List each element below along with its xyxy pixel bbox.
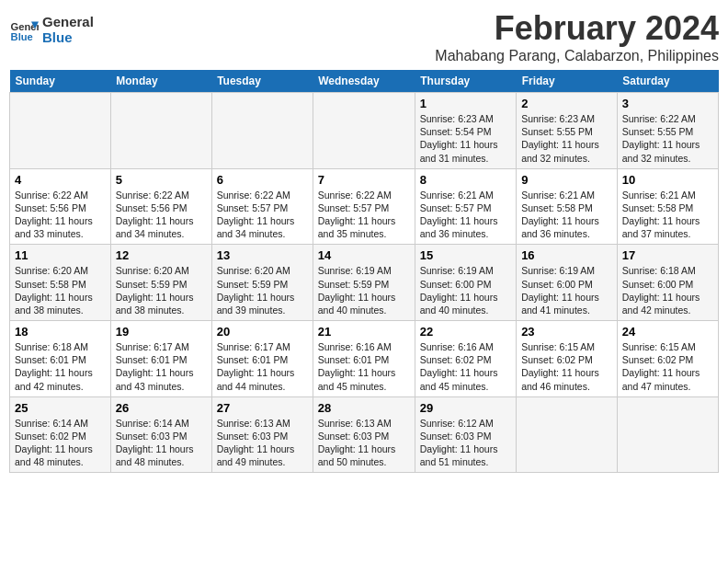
day-number: 22	[420, 325, 511, 339]
day-number: 18	[15, 325, 106, 339]
logo-blue: Blue	[42, 30, 94, 46]
cell-info: Sunrise: 6:19 AM Sunset: 5:59 PM Dayligh…	[318, 264, 410, 316]
cell-info: Sunrise: 6:12 AM Sunset: 6:03 PM Dayligh…	[420, 417, 511, 469]
day-number: 8	[420, 173, 511, 187]
table-row: 8Sunrise: 6:21 AM Sunset: 5:57 PM Daylig…	[415, 168, 516, 245]
table-row	[313, 93, 415, 169]
col-thursday: Thursday	[415, 70, 516, 93]
day-number: 3	[622, 97, 713, 110]
cell-info: Sunrise: 6:18 AM Sunset: 6:00 PM Dayligh…	[622, 264, 713, 316]
day-number: 17	[622, 248, 713, 262]
table-row: 5Sunrise: 6:22 AM Sunset: 5:56 PM Daylig…	[110, 168, 211, 245]
calendar-week-row: 18Sunrise: 6:18 AM Sunset: 6:01 PM Dayli…	[10, 321, 719, 397]
calendar-header-row: Sunday Monday Tuesday Wednesday Thursday…	[10, 70, 719, 93]
table-row: 25Sunrise: 6:14 AM Sunset: 6:02 PM Dayli…	[10, 396, 111, 473]
day-number: 16	[521, 248, 612, 262]
table-row	[617, 396, 718, 473]
cell-info: Sunrise: 6:17 AM Sunset: 6:01 PM Dayligh…	[116, 340, 207, 393]
table-row: 28Sunrise: 6:13 AM Sunset: 6:03 PM Dayli…	[313, 396, 415, 473]
cell-info: Sunrise: 6:21 AM Sunset: 5:57 PM Dayligh…	[420, 189, 511, 241]
table-row: 22Sunrise: 6:16 AM Sunset: 6:02 PM Dayli…	[415, 321, 516, 397]
cell-info: Sunrise: 6:18 AM Sunset: 6:01 PM Dayligh…	[15, 340, 106, 393]
day-number: 21	[318, 325, 410, 339]
day-number: 27	[217, 401, 308, 415]
table-row: 20Sunrise: 6:17 AM Sunset: 6:01 PM Dayli…	[211, 321, 313, 397]
table-row: 14Sunrise: 6:19 AM Sunset: 5:59 PM Dayli…	[313, 245, 415, 321]
cell-info: Sunrise: 6:22 AM Sunset: 5:55 PM Dayligh…	[622, 112, 713, 165]
table-row: 17Sunrise: 6:18 AM Sunset: 6:00 PM Dayli…	[617, 245, 718, 321]
table-row: 2Sunrise: 6:23 AM Sunset: 5:55 PM Daylig…	[517, 93, 618, 169]
day-number: 25	[15, 401, 106, 415]
table-row: 6Sunrise: 6:22 AM Sunset: 5:57 PM Daylig…	[211, 168, 313, 245]
table-row	[517, 396, 618, 473]
day-number: 7	[318, 173, 410, 187]
day-number: 11	[15, 248, 106, 262]
col-monday: Monday	[110, 70, 211, 93]
day-number: 13	[217, 248, 308, 262]
table-row: 12Sunrise: 6:20 AM Sunset: 5:59 PM Dayli…	[110, 245, 211, 321]
calendar-week-row: 1Sunrise: 6:23 AM Sunset: 5:54 PM Daylig…	[10, 93, 719, 169]
cell-info: Sunrise: 6:15 AM Sunset: 6:02 PM Dayligh…	[521, 340, 612, 393]
col-wednesday: Wednesday	[313, 70, 415, 93]
calendar-week-row: 11Sunrise: 6:20 AM Sunset: 5:58 PM Dayli…	[10, 245, 719, 321]
table-row: 19Sunrise: 6:17 AM Sunset: 6:01 PM Dayli…	[110, 321, 211, 397]
cell-info: Sunrise: 6:20 AM Sunset: 5:59 PM Dayligh…	[116, 264, 207, 316]
cell-info: Sunrise: 6:23 AM Sunset: 5:55 PM Dayligh…	[521, 112, 612, 165]
title-block: February 2024 Mahabang Parang, Calabarzo…	[435, 9, 719, 64]
table-row: 9Sunrise: 6:21 AM Sunset: 5:58 PM Daylig…	[517, 168, 618, 245]
table-row: 15Sunrise: 6:19 AM Sunset: 6:00 PM Dayli…	[415, 245, 516, 321]
day-number: 24	[622, 325, 713, 339]
day-number: 26	[116, 401, 207, 415]
col-saturday: Saturday	[617, 70, 718, 93]
logo: General Blue General Blue	[9, 15, 94, 45]
cell-info: Sunrise: 6:22 AM Sunset: 5:56 PM Dayligh…	[15, 189, 106, 241]
day-number: 28	[318, 401, 410, 415]
day-number: 15	[420, 248, 511, 262]
table-row	[10, 93, 111, 169]
table-row	[211, 93, 313, 169]
col-sunday: Sunday	[10, 70, 111, 93]
calendar-location: Mahabang Parang, Calabarzon, Philippines	[435, 48, 719, 64]
day-number: 14	[318, 248, 410, 262]
table-row: 24Sunrise: 6:15 AM Sunset: 6:02 PM Dayli…	[617, 321, 718, 397]
table-row: 11Sunrise: 6:20 AM Sunset: 5:58 PM Dayli…	[10, 245, 111, 321]
day-number: 19	[116, 325, 207, 339]
table-row	[110, 93, 211, 169]
table-row: 23Sunrise: 6:15 AM Sunset: 6:02 PM Dayli…	[517, 321, 618, 397]
day-number: 29	[420, 401, 511, 415]
svg-text:Blue: Blue	[11, 31, 33, 42]
cell-info: Sunrise: 6:22 AM Sunset: 5:57 PM Dayligh…	[217, 189, 308, 241]
cell-info: Sunrise: 6:16 AM Sunset: 6:02 PM Dayligh…	[420, 340, 511, 393]
calendar-title: February 2024	[435, 9, 719, 48]
logo-general: General	[42, 15, 94, 30]
cell-info: Sunrise: 6:20 AM Sunset: 5:58 PM Dayligh…	[15, 264, 106, 316]
day-number: 1	[420, 97, 511, 110]
table-row: 16Sunrise: 6:19 AM Sunset: 6:00 PM Dayli…	[517, 245, 618, 321]
table-row: 7Sunrise: 6:22 AM Sunset: 5:57 PM Daylig…	[313, 168, 415, 245]
day-number: 4	[15, 173, 106, 187]
cell-info: Sunrise: 6:23 AM Sunset: 5:54 PM Dayligh…	[420, 112, 511, 165]
day-number: 5	[116, 173, 207, 187]
calendar-table: Sunday Monday Tuesday Wednesday Thursday…	[9, 70, 719, 473]
cell-info: Sunrise: 6:21 AM Sunset: 5:58 PM Dayligh…	[521, 189, 612, 241]
cell-info: Sunrise: 6:13 AM Sunset: 6:03 PM Dayligh…	[217, 417, 308, 469]
day-number: 6	[217, 173, 308, 187]
table-row: 10Sunrise: 6:21 AM Sunset: 5:58 PM Dayli…	[617, 168, 718, 245]
day-number: 10	[622, 173, 713, 187]
cell-info: Sunrise: 6:21 AM Sunset: 5:58 PM Dayligh…	[622, 189, 713, 241]
table-row: 4Sunrise: 6:22 AM Sunset: 5:56 PM Daylig…	[10, 168, 111, 245]
table-row: 21Sunrise: 6:16 AM Sunset: 6:01 PM Dayli…	[313, 321, 415, 397]
table-row: 29Sunrise: 6:12 AM Sunset: 6:03 PM Dayli…	[415, 396, 516, 473]
day-number: 20	[217, 325, 308, 339]
day-number: 12	[116, 248, 207, 262]
table-row: 3Sunrise: 6:22 AM Sunset: 5:55 PM Daylig…	[617, 93, 718, 169]
day-number: 23	[521, 325, 612, 339]
calendar-week-row: 4Sunrise: 6:22 AM Sunset: 5:56 PM Daylig…	[10, 168, 719, 245]
cell-info: Sunrise: 6:13 AM Sunset: 6:03 PM Dayligh…	[318, 417, 410, 469]
cell-info: Sunrise: 6:14 AM Sunset: 6:02 PM Dayligh…	[15, 417, 106, 469]
cell-info: Sunrise: 6:15 AM Sunset: 6:02 PM Dayligh…	[622, 340, 713, 393]
cell-info: Sunrise: 6:22 AM Sunset: 5:57 PM Dayligh…	[318, 189, 410, 241]
cell-info: Sunrise: 6:14 AM Sunset: 6:03 PM Dayligh…	[116, 417, 207, 469]
logo-icon: General Blue	[9, 16, 39, 45]
cell-info: Sunrise: 6:17 AM Sunset: 6:01 PM Dayligh…	[217, 340, 308, 393]
